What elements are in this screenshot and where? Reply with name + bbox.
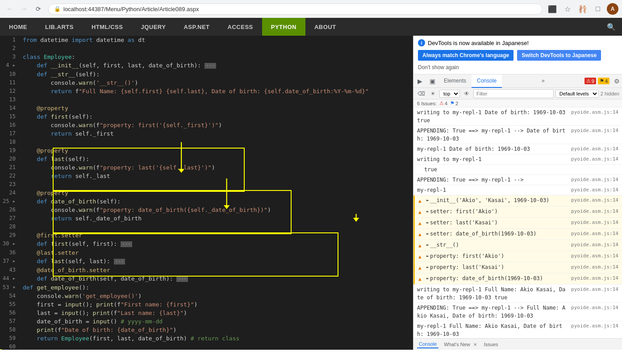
expand-icon-3[interactable]: ► <box>426 230 429 238</box>
notification-text: DevTools is now available in Japanese! <box>428 40 529 46</box>
code-line-55: 55 first = input(); print(f"First name: … <box>0 300 413 309</box>
nav-access[interactable]: ACCESS <box>219 18 262 36</box>
tab-more[interactable]: » <box>536 74 550 88</box>
devtools-bottom-bar: Console What's New ✕ Issues <box>413 338 622 350</box>
match-language-button[interactable]: Always match Chrome's language <box>418 50 513 61</box>
back-button[interactable]: ← <box>4 3 16 15</box>
code-line-16: 16 console.warn(f"property: first('{self… <box>0 121 413 129</box>
settings-icon-button[interactable]: ⚙ <box>611 76 622 87</box>
nav-search[interactable]: 🔍 <box>601 18 622 36</box>
console-entry-warning-1: ▲ ► setter: first('Akio') pyoide.asm.js:… <box>413 207 622 218</box>
error-icon: ⚠ <box>586 78 591 84</box>
devtools-notification: i DevTools is now available in Japanese!… <box>413 36 622 74</box>
warning-icon-2: ▲ <box>418 219 425 228</box>
switch-japanese-button[interactable]: Switch DevTools to Japanese <box>517 50 601 61</box>
window-button[interactable]: □ <box>592 3 604 15</box>
console-entry-warning-0: ▲ ► __init__('Akio', 'Kasai', 1969-10-03… <box>413 195 622 207</box>
nav-htmlcss[interactable]: HTML/CSS <box>83 18 132 36</box>
expand-icon-5[interactable]: ► <box>426 252 429 260</box>
clear-console-button[interactable]: ⌫ <box>416 89 426 99</box>
nav-jquery[interactable]: JQUERY <box>132 18 175 36</box>
forward-button[interactable]: → <box>18 3 30 15</box>
context-selector[interactable]: top <box>439 90 460 98</box>
code-line-12: 12 return f"Full Name: {self.first} {sel… <box>0 87 413 95</box>
console-entry-7: writing to my-repl-1 Full Name: Akio Kas… <box>413 285 622 303</box>
avatar[interactable]: A <box>607 3 618 15</box>
code-line-28: 28 <box>0 223 413 231</box>
filter-input[interactable] <box>473 89 554 98</box>
inspect-icon-button[interactable]: ▶ <box>413 75 426 87</box>
filter-toggle-button[interactable]: ☀ <box>428 89 438 99</box>
console-entry-warning-4: ▲ ► __str__() pyoide.asm.js:14 <box>413 240 622 251</box>
extensions-button[interactable]: 🩰 <box>576 3 589 15</box>
dont-show-link[interactable]: Don't show again <box>418 64 618 70</box>
eye-icon-button[interactable]: 👁 <box>462 89 472 99</box>
tab-console[interactable]: Console <box>472 74 502 88</box>
browser-chrome: ← → ⟳ 🔒 localhost:44387/Menu/Python/Arti… <box>0 0 622 18</box>
error-badge: ⚠ 9 <box>584 78 596 84</box>
code-line-56: 56 last = input(); print(f"Last name: {l… <box>0 309 413 317</box>
flag-issue-count: ⚑ 2 <box>450 100 458 106</box>
nav-aspnet[interactable]: ASP.NET <box>175 18 218 36</box>
expand-icon-1[interactable]: ► <box>426 207 429 215</box>
expand-icon-2[interactable]: ► <box>426 219 429 227</box>
expand-icon-7[interactable]: ► <box>426 274 429 282</box>
expand-icon-0[interactable]: ► <box>426 196 429 204</box>
console-entry-5: APPENDING: True ==> my-repl-1 --> pyoide… <box>413 175 622 185</box>
cast-button[interactable]: ⬛ <box>546 3 559 15</box>
default-levels-selector[interactable]: Default levels <box>555 90 599 98</box>
code-line-53: 53 ▾ def get_employee(): <box>0 283 413 292</box>
console-entry-3: writing to my-repl-1 pyoide.asm.js:14 <box>413 154 622 165</box>
console-output[interactable]: writing to my-repl-1 Date of birth: 1969… <box>413 108 622 338</box>
code-line-21: 21 console.warn(f"property: last('{self.… <box>0 163 413 172</box>
info-icon: i <box>418 39 425 46</box>
address-bar[interactable]: 🔒 localhost:44387/Menu/Python/Article/Ar… <box>48 4 543 15</box>
nav-home[interactable]: HOME <box>0 18 36 36</box>
error-issue-number: 4 <box>445 101 447 106</box>
bottom-tab-console[interactable]: Console <box>417 340 438 348</box>
bottom-tab-issues[interactable]: Issues <box>482 341 500 348</box>
expand-icon-4[interactable]: ► <box>426 241 429 249</box>
bottom-tab-whatsnew[interactable]: What's New ✕ <box>442 341 478 348</box>
reload-button[interactable]: ⟳ <box>32 3 45 15</box>
code-line-26: 26 console.warn(f"property: date_of_birt… <box>0 206 413 214</box>
code-line-30: 30 ▸ def first(self, first): ··· <box>0 240 413 248</box>
toolbar-actions: ⬛ ☆ 🩰 □ A <box>546 3 618 15</box>
code-line-2: 2 <box>0 44 413 53</box>
warning-icon-0: ▲ <box>418 197 425 205</box>
code-area: 1 from datetime import datetime as dt 2 … <box>0 36 413 350</box>
code-line-59: 59 return Employee(first, last, date_of_… <box>0 334 413 343</box>
expand-icon-6[interactable]: ► <box>426 263 429 271</box>
whatsnew-close[interactable]: ✕ <box>473 342 477 347</box>
warning-icon-7: ▲ <box>418 275 425 283</box>
code-scroll[interactable]: 1 from datetime import datetime as dt 2 … <box>0 36 413 350</box>
nav-libarts[interactable]: LIB.ARTS <box>36 18 83 36</box>
code-line-17: 17 return self._first <box>0 129 413 138</box>
code-line-57: 57 date_of_birth = input() # yyyy-mm-dd <box>0 317 413 326</box>
code-line-19: 19 @property <box>0 146 413 155</box>
code-line-23: 23 <box>0 180 413 189</box>
nav-python[interactable]: PYTHON <box>262 18 305 36</box>
nav-about[interactable]: ABOUT <box>305 18 345 36</box>
notification-title: i DevTools is now available in Japanese! <box>418 39 618 46</box>
bookmark-button[interactable]: ☆ <box>561 3 574 15</box>
code-line-15: 15 def first(self): <box>0 112 413 121</box>
console-entry-6: my-repl-1 pyoide.asm.js:14 <box>413 185 622 195</box>
code-line-43: 43 @date_of_birth.setter <box>0 266 413 274</box>
device-icon-button[interactable]: ▣ <box>426 75 438 87</box>
code-line-25: 25 ▸ def date_of_birth(self): <box>0 197 413 206</box>
code-line-24: 24 @property <box>0 189 413 197</box>
code-line-4: 4 ▸ def __init__(self, first, last, date… <box>0 61 413 70</box>
main-nav: HOME LIB.ARTS HTML/CSS JQUERY ASP.NET AC… <box>0 18 622 36</box>
browser-toolbar: ← → ⟳ 🔒 localhost:44387/Menu/Python/Arti… <box>0 0 622 18</box>
console-entry-warning-5: ▲ ► property: first('Akio') pyoide.asm.j… <box>413 251 622 262</box>
console-entry-4: true <box>413 165 622 175</box>
code-line-44: 44 ▸ def date_of_birth(self, date_of_bir… <box>0 274 413 283</box>
tab-elements[interactable]: Elements <box>438 74 472 88</box>
code-line-1: 1 from datetime import datetime as dt <box>0 36 413 44</box>
search-icon[interactable]: 🔍 <box>607 23 616 31</box>
console-entry-warning-3: ▲ ► setter: date_of_birth(1969-10-03) py… <box>413 229 622 240</box>
code-line-3: 3 class Employee: <box>0 53 413 61</box>
console-entry-0: writing to my-repl-1 Date of birth: 1969… <box>413 108 622 126</box>
error-issue-icon: ⚠ <box>439 100 444 106</box>
